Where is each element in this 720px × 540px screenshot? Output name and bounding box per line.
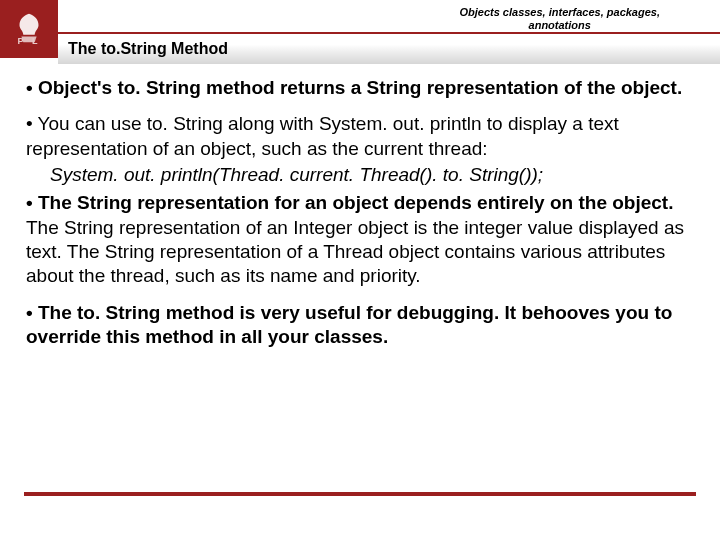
bullet-4-text: • The to. String method is very useful f…: [26, 302, 672, 347]
bullet-3-lead: • The String representation for an objec…: [26, 192, 673, 213]
code-example: System. out. println(Thread. current. Th…: [26, 163, 702, 187]
bullet-2: • You can use to. String along with Syst…: [26, 112, 702, 161]
page-title: The to.String Method: [68, 40, 228, 58]
slide: P L Objects classes, interfaces, package…: [0, 0, 720, 540]
title-bar: The to.String Method: [58, 34, 720, 64]
breadcrumb-line1: Objects classes, interfaces, packages,: [459, 6, 660, 18]
footer-rule: [24, 492, 696, 496]
slide-body: • Object's to. String method returns a S…: [0, 66, 720, 349]
breadcrumb: Objects classes, interfaces, packages, a…: [459, 6, 660, 31]
breadcrumb-line2: annotations: [459, 19, 660, 32]
university-logo: [0, 0, 58, 58]
bullet-3: • The String representation for an objec…: [26, 191, 702, 288]
slide-header: P L Objects classes, interfaces, package…: [0, 0, 720, 66]
bullet-1-text: • Object's to. String method returns a S…: [26, 77, 682, 98]
bullet-4: • The to. String method is very useful f…: [26, 301, 702, 350]
bullet-1: • Object's to. String method returns a S…: [26, 76, 702, 100]
bullet-3-rest: The String representation of an Integer …: [26, 217, 684, 287]
logo-letters: P L: [0, 36, 58, 46]
bullet-2-text: • You can use to. String along with Syst…: [26, 113, 619, 158]
